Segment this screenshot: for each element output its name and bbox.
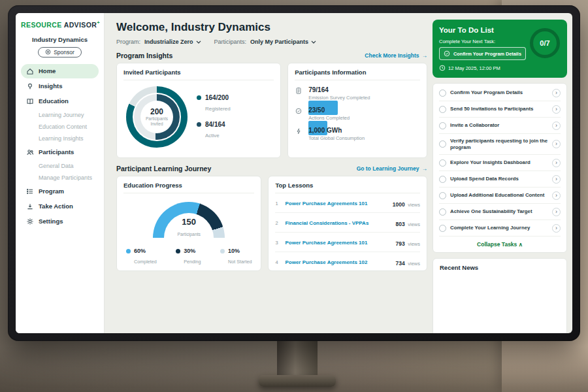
participants-filter-label: Participants: — [214, 39, 247, 45]
info-row: 1,000 GWh Total Global Consumption — [295, 127, 420, 141]
survey-icon — [295, 86, 303, 101]
todo-panel: Your To Do List Complete Your Next Task:… — [433, 13, 572, 333]
gauge-center-label: Participants — [177, 232, 201, 237]
lesson-views: 803 views — [396, 217, 420, 229]
card-title: Participants Information — [295, 69, 420, 80]
home-icon — [26, 67, 34, 75]
check-circle-icon — [444, 50, 450, 57]
sidebar-item-label: Settings — [39, 218, 63, 225]
legend-dot — [197, 95, 201, 100]
sidebar-item-insights[interactable]: Insights — [21, 79, 99, 93]
chevron-right-icon: › — [552, 159, 561, 167]
todo-summary-card: Your To Do List Complete Your Next Task:… — [433, 20, 567, 78]
lesson-link[interactable]: Power Purchase Agreements 101 — [285, 240, 391, 246]
download-icon — [26, 203, 34, 210]
sidebar-item-settings[interactable]: Settings — [21, 214, 99, 229]
task-checkbox[interactable] — [439, 159, 446, 167]
collapse-tasks-link[interactable]: Collapse Tasks ∧ — [439, 237, 561, 250]
task-checkbox[interactable] — [439, 192, 446, 199]
chevron-right-icon: › — [552, 191, 561, 200]
sidebar-item-learning-insights[interactable]: Learning Insights — [21, 133, 99, 144]
lesson-link[interactable]: Financial Considerations - VPPAs — [285, 220, 391, 226]
sidebar-item-label: Program — [39, 188, 64, 195]
filters-bar: Program: Industrialize Zero Participants… — [116, 39, 427, 45]
legend-item: 164/200 Registered — [197, 94, 231, 113]
sidebar-nav: Home Insights Education Learning Journey… — [21, 64, 99, 229]
sidebar-item-general-data[interactable]: General Data — [21, 160, 99, 172]
sidebar: RESOURCE ADVISOR+ Industry Dynamics Spon… — [16, 13, 105, 333]
lesson-link[interactable]: Power Purchase Agreements 101 — [285, 201, 387, 206]
chevron-right-icon: › — [552, 208, 561, 216]
gear-icon — [26, 218, 34, 225]
todo-task[interactable]: Verify participants requesting to join t… — [439, 134, 561, 155]
sidebar-item-education[interactable]: Education — [21, 94, 99, 108]
logo-resource: RESOURCE — [21, 21, 62, 29]
arrow-right-icon: → — [422, 165, 428, 172]
legend-item: 30%Pending — [176, 248, 201, 266]
legend-item: 60%Completed — [126, 248, 157, 266]
lesson-link[interactable]: Power Purchase Agreements 102 — [285, 259, 391, 265]
lesson-row: 1 Power Purchase Agreements 101 1000 vie… — [275, 193, 420, 213]
gauge-center-value: 150 — [153, 218, 225, 227]
legend-item: 84/164 Active — [197, 121, 231, 140]
task-checkbox[interactable] — [439, 90, 446, 97]
todo-task[interactable]: Explore Your Insights Dashboard › — [439, 155, 561, 171]
sidebar-item-home[interactable]: Home — [21, 64, 99, 78]
sidebar-item-education-content[interactable]: Education Content — [21, 121, 99, 133]
todo-task[interactable]: Send 50 Invitations to Participants › — [439, 101, 561, 118]
top-lessons-card: Top Lessons 1 Power Purchase Agreements … — [268, 176, 427, 271]
sidebar-item-label: Take Action — [39, 203, 73, 210]
task-checkbox[interactable] — [439, 122, 446, 129]
sidebar-item-take-action[interactable]: Take Action — [21, 199, 99, 214]
todo-progress-ring: 0/7 — [530, 28, 560, 58]
todo-task[interactable]: Complete Your Learning Journey › — [439, 220, 561, 237]
participants-select[interactable]: Only My Participants — [250, 39, 316, 45]
chevron-down-icon — [196, 41, 201, 44]
card-title: Education Progress — [123, 182, 254, 193]
todo-task[interactable]: Confirm Your Program Details › — [439, 85, 561, 101]
clock-icon — [439, 65, 446, 71]
sidebar-item-program[interactable]: Program — [21, 184, 99, 199]
lesson-row: 4 Power Purchase Agreements 102 734 view… — [275, 252, 420, 271]
task-checkbox[interactable] — [439, 176, 446, 183]
sidebar-item-label: Education — [39, 97, 69, 105]
todo-task[interactable]: Upload Spend Data Records › — [439, 171, 561, 188]
donut-center-value: 200 — [150, 107, 163, 116]
page-title: Welcome, Industry Dynamics — [116, 21, 427, 34]
next-task-due: 12 May 2025, 12:00 PM — [439, 65, 561, 71]
next-task-chip[interactable]: Confirm Your Program Details — [439, 47, 526, 60]
invited-donut: 200 Participants Invited — [126, 86, 188, 148]
sidebar-item-learning-journey[interactable]: Learning Journey — [21, 109, 99, 121]
task-checkbox[interactable] — [439, 225, 446, 232]
sponsor-badge[interactable]: Sponsor — [38, 47, 82, 57]
sidebar-item-participants[interactable]: Participants — [21, 145, 99, 159]
todo-list-card: Confirm Your Program Details › Send 50 I… — [433, 83, 567, 253]
photo-background: RESOURCE ADVISOR+ Industry Dynamics Spon… — [0, 0, 588, 392]
program-select[interactable]: Industrialize Zero — [144, 39, 201, 45]
go-to-learning-journey-link[interactable]: Go to Learning Journey → — [357, 165, 427, 172]
education-progress-card: Education Progress 150 Participants — [116, 176, 261, 271]
book-icon — [26, 97, 34, 105]
task-checkbox[interactable] — [439, 140, 446, 148]
monitor-bezel: RESOURCE ADVISOR+ Industry Dynamics Spon… — [8, 5, 580, 341]
invited-legend: 164/200 Registered 84/164 Active — [197, 94, 231, 140]
energy-icon — [295, 127, 303, 141]
monitor-stand-base — [259, 375, 336, 387]
org-name: Industry Dynamics — [21, 36, 99, 43]
task-checkbox[interactable] — [439, 106, 446, 113]
sidebar-item-manage-participants[interactable]: Manage Participants — [21, 172, 99, 184]
program-insights-header: Program Insights Check More Insights → — [116, 52, 427, 59]
todo-task[interactable]: Achieve One Sustainability Target › — [439, 204, 561, 220]
check-more-insights-link[interactable]: Check More Insights → — [365, 52, 427, 59]
card-title: Invited Participants — [123, 69, 274, 80]
legend-item: 10%Not Started — [220, 248, 252, 266]
insights-cards-row: Invited Participants 200 Participants In… — [116, 63, 427, 158]
chevron-right-icon: › — [552, 140, 561, 148]
recent-news-title: Recent News — [440, 264, 478, 271]
education-gauge: 150 Participants — [153, 202, 225, 239]
task-checkbox[interactable] — [439, 208, 446, 216]
todo-task[interactable]: Invite a Collaborator › — [439, 118, 561, 134]
chevron-right-icon: › — [552, 122, 561, 130]
todo-task[interactable]: Upload Additional Educational Content › — [439, 188, 561, 204]
bulb-icon — [26, 82, 34, 90]
